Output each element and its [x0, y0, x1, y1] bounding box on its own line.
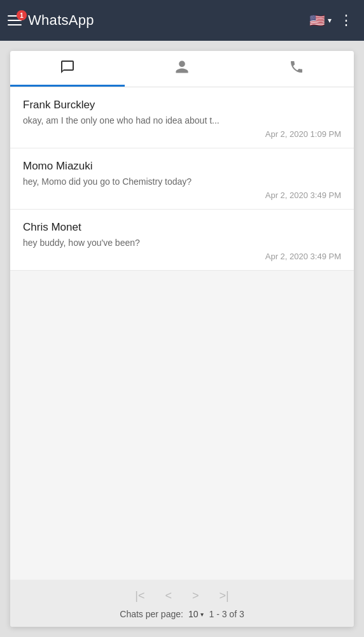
chat-item[interactable]: Chris Monet hey buddy, how you've been? … [10, 210, 354, 271]
next-page-button[interactable]: > [190, 587, 202, 604]
empty-area [10, 426, 354, 580]
chat-preview: hey, Momo did you go to Chemistry today? [23, 176, 341, 187]
per-page-value: 10 [188, 609, 199, 619]
first-page-button[interactable]: |< [132, 587, 147, 604]
chat-preview: okay, am I the only one who had no idea … [23, 115, 341, 125]
chat-name: Chris Monet [23, 221, 341, 234]
prev-page-button[interactable]: < [162, 587, 174, 604]
pagination-info: Chats per page: 10 ▾ 1 - 3 of 3 [120, 609, 244, 619]
notification-badge: 1 [17, 10, 27, 20]
tab-contacts[interactable] [125, 51, 239, 87]
page-range-label: 1 - 3 of 3 [209, 609, 244, 619]
chats-per-page-label: Chats per page: [120, 609, 183, 619]
phone-icon [289, 59, 304, 78]
person-icon [174, 59, 190, 78]
more-options-button[interactable]: ⋮ [337, 12, 356, 29]
chat-time: Apr 2, 2020 3:49 PM [23, 190, 341, 200]
chat-name: Momo Miazuki [23, 160, 341, 173]
pagination-bar: |< < > >| Chats per page: 10 ▾ 1 - 3 of … [10, 580, 354, 627]
last-page-button[interactable]: >| [217, 587, 232, 604]
per-page-selector[interactable]: 10 ▾ [188, 609, 204, 619]
topbar-right: 🇺🇸 ▾ ⋮ [309, 12, 356, 29]
chat-icon [60, 59, 75, 78]
app-title: WhatsApp [28, 12, 94, 29]
tab-bar [10, 51, 354, 87]
chat-time: Apr 2, 2020 3:49 PM [23, 252, 341, 261]
chat-item[interactable]: Momo Miazuki hey, Momo did you go to Che… [10, 148, 354, 210]
flag-icon: 🇺🇸 [309, 13, 325, 28]
chat-item[interactable]: Frank Burckley okay, am I the only one w… [10, 87, 354, 148]
pagination-controls: |< < > >| [132, 587, 231, 604]
main-card: Frank Burckley okay, am I the only one w… [10, 51, 354, 627]
tab-calls[interactable] [239, 51, 354, 87]
chat-list: Frank Burckley okay, am I the only one w… [10, 87, 354, 426]
tab-chats[interactable] [10, 51, 125, 87]
language-selector[interactable]: 🇺🇸 ▾ [309, 13, 332, 28]
topbar: 1 WhatsApp 🇺🇸 ▾ ⋮ [0, 0, 364, 41]
chevron-down-icon: ▾ [328, 16, 332, 25]
menu-button[interactable]: 1 [8, 15, 22, 25]
topbar-left: 1 WhatsApp [8, 12, 302, 29]
chat-name: Frank Burckley [23, 99, 341, 111]
chat-time: Apr 2, 2020 1:09 PM [23, 129, 341, 139]
per-page-dropdown-icon: ▾ [200, 611, 204, 618]
chat-preview: hey buddy, how you've been? [23, 238, 341, 248]
